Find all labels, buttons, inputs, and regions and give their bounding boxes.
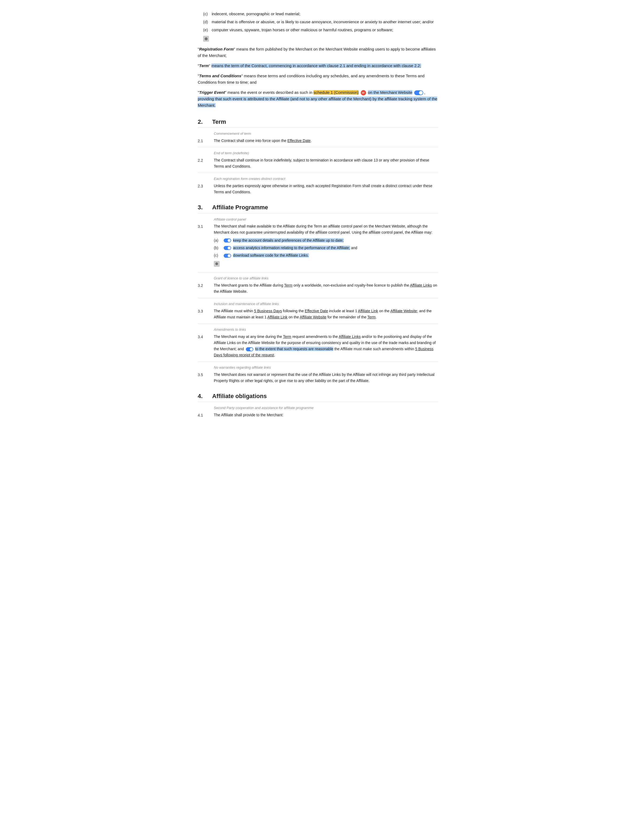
separator xyxy=(198,147,438,147)
al-link-3-3b: Affiliate Link xyxy=(268,315,288,319)
sub-list-3-1: (a) keep the account details and prefere… xyxy=(214,237,438,259)
clause-3-2: 3.2 The Merchant grants to the Affiliate… xyxy=(198,282,438,295)
section-3-number: 3. xyxy=(198,203,207,212)
clause-4-1: 4.1 The Affiliate shall provide to the M… xyxy=(198,412,438,418)
section-4-title: Affiliate obligations xyxy=(212,392,267,401)
clause-text-3-4: The Merchant may at any time during the … xyxy=(214,334,438,358)
section-2-heading: 2. Term xyxy=(198,117,438,128)
top-list: (c) indecent, obscene, pornographic or l… xyxy=(198,11,438,44)
al-link-3-4: Affiliate Links xyxy=(338,335,361,339)
highlight-3-4: to the extent that such requests are rea… xyxy=(255,347,334,351)
trigger-highlight-2: on the Merchant Website xyxy=(368,90,412,95)
clause-2-2: 2.2 The Contract shall continue in force… xyxy=(198,157,438,169)
subheading-2-1: Commencement of term xyxy=(198,131,438,137)
clause-num-3-2: 3.2 xyxy=(198,282,209,295)
effective-date-link: Effective Date xyxy=(287,139,310,143)
terms-conditions-def: "Terms and Conditions" means these terms… xyxy=(198,73,438,85)
list-label-e: (e) xyxy=(203,27,209,33)
clause-text-2-1: The Contract shall come into force upon … xyxy=(214,138,438,144)
list-text-d: material that is offensive or abusive, o… xyxy=(212,19,438,25)
subheading-3-3: Inclusion and maintenance of affiliate l… xyxy=(198,301,438,307)
term-bold: Term xyxy=(199,63,209,68)
sub-list-item-c: (c) download software code for the Affil… xyxy=(214,253,438,259)
sub-highlight-b: access analytics information relating to… xyxy=(233,246,350,250)
clause-3-3: 3.3 The Affiliate must within 5 Business… xyxy=(198,308,438,320)
separator xyxy=(198,298,438,298)
subheading-3-2: Grant of licence to use affiliate links xyxy=(198,276,438,281)
trigger-event-def: "Trigger Event" means the event or event… xyxy=(198,89,438,109)
sub-label-a: (a) xyxy=(214,237,221,243)
list-text-c: indecent, obscene, pornographic or lewd … xyxy=(212,11,438,17)
subheading-2-2: End of term (indefinite) xyxy=(198,150,438,156)
term-link-3-3: Term xyxy=(367,315,376,319)
sub-text-b: access analytics information relating to… xyxy=(223,245,357,251)
eff-date-link-3-3: Effective Date xyxy=(305,309,328,313)
list-label-c: (c) xyxy=(203,11,209,17)
sub-text-a: keep the account details and preferences… xyxy=(223,237,344,243)
subheading-2-3: Each registration form creates distinct … xyxy=(198,176,438,182)
clause-text-3-3: The Affiliate must within 5 Business Day… xyxy=(214,308,438,320)
sub-list-item-a: (a) keep the account details and prefere… xyxy=(214,237,438,243)
section-2-title: Term xyxy=(212,117,226,126)
clause-text-2-3: Unless the parties expressly agree other… xyxy=(214,183,438,195)
toggle-3-4[interactable] xyxy=(246,347,253,351)
clause-num-3-1: 3.1 xyxy=(198,223,209,269)
term-highlight: means the term of the Contract, commenci… xyxy=(211,63,421,68)
clause-num-2-1: 2.1 xyxy=(198,138,209,144)
move-icon-3-1[interactable]: ⊕ xyxy=(214,261,220,267)
clause-text-2-2: The Contract shall continue in force ind… xyxy=(214,157,438,169)
biz-days-link: 5 Business Days xyxy=(254,309,282,313)
clause-3-4: 3.4 The Merchant may at any time during … xyxy=(198,334,438,358)
trigger-highlight: schedule 1 (Commission) xyxy=(313,90,359,95)
clause-text-4-1: The Affiliate shall provide to the Merch… xyxy=(214,412,438,418)
clause-3-5: 3.5 The Merchant does not warrant or rep… xyxy=(198,372,438,384)
list-item: (e) computer viruses, spyware, trojan ho… xyxy=(198,27,438,33)
section-3-title: Affiliate Programme xyxy=(212,203,268,212)
clause-num-2-3: 2.3 xyxy=(198,183,209,195)
toggle-3-1-b[interactable] xyxy=(224,246,231,250)
aw-link-3-3a: Affiliate Website xyxy=(390,309,417,313)
term-bold: Registration Form xyxy=(199,47,233,51)
list-item: (d) material that is offensive or abusiv… xyxy=(198,19,438,25)
clause-text-3-1-main: The Merchant shall make available to the… xyxy=(214,224,432,234)
sub-text-c: download software code for the Affiliate… xyxy=(223,253,309,259)
clause-3-1: 3.1 The Merchant shall make available to… xyxy=(198,223,438,269)
section-3-heading: 3. Affiliate Programme xyxy=(198,203,438,213)
clause-text-3-2: The Merchant grants to the Affiliate dur… xyxy=(214,282,438,295)
al-link-3-3a: Affiliate Link xyxy=(358,309,378,313)
sub-list-item-b: (b) access analytics information relatin… xyxy=(214,245,438,251)
subheading-4-1: Second Party cooperation and assistance … xyxy=(198,405,438,411)
subheading-3-4: Amendments to links xyxy=(198,327,438,333)
sub-label-c: (c) xyxy=(214,253,221,259)
section-4-heading: 4. Affiliate obligations xyxy=(198,392,438,402)
clause-num-4-1: 4.1 xyxy=(198,412,209,418)
clause-2-1: 2.1 The Contract shall come into force u… xyxy=(198,138,438,144)
list-item: (c) indecent, obscene, pornographic or l… xyxy=(198,11,438,17)
aw-link-3-3b: Affiliate Website xyxy=(300,315,327,319)
section-4-number: 4. xyxy=(198,392,207,401)
section-2-number: 2. xyxy=(198,117,207,126)
list-label-d: (d) xyxy=(203,19,209,25)
clause-text-3-1: The Merchant shall make available to the… xyxy=(214,223,438,269)
sub-highlight-c: download software code for the Affiliate… xyxy=(233,253,309,257)
clause-num-3-3: 3.3 xyxy=(198,308,209,320)
toggle-trigger[interactable] xyxy=(414,90,423,95)
tc-bold: Terms and Conditions xyxy=(199,74,241,78)
subheading-3-1: Affiliate control panel xyxy=(198,217,438,223)
te-bold: Trigger Event xyxy=(199,90,225,95)
toggle-3-1-a[interactable] xyxy=(224,238,231,243)
move-icon[interactable]: ⊕ xyxy=(203,36,209,42)
list-text-e: computer viruses, spyware, trojan horses… xyxy=(212,27,438,33)
term-link-3-4: Term xyxy=(283,335,291,339)
or-badge: or xyxy=(361,90,366,95)
term-def: "Term" means the term of the Contract, c… xyxy=(198,63,438,69)
document-container: (c) indecent, obscene, pornographic or l… xyxy=(198,11,438,418)
separator xyxy=(198,324,438,324)
toggle-3-1-c[interactable] xyxy=(224,254,231,258)
clause-num-3-4: 3.4 xyxy=(198,334,209,358)
clause-num-3-5: 3.5 xyxy=(198,372,209,384)
subheading-3-5: No warranties regarding affiliate links xyxy=(198,365,438,371)
trigger-highlight-3: providing that such event is attributed … xyxy=(198,96,437,107)
term-link-3-2: Term xyxy=(284,283,292,287)
al-link-3-2: Affiliate Links xyxy=(410,283,432,287)
